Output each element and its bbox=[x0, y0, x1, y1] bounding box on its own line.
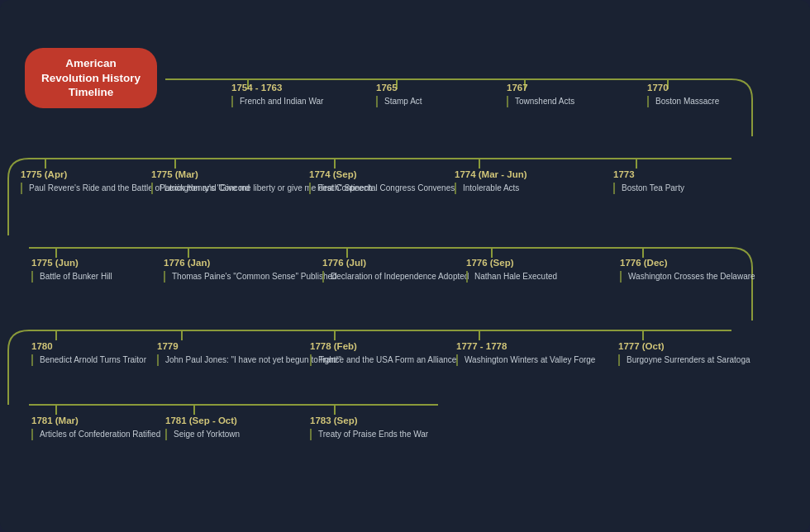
node-1776dec: 1776 (Dec) Washington Crosses the Delawa… bbox=[620, 258, 755, 283]
node-1754: 1754 - 1763 French and Indian War bbox=[231, 83, 323, 107]
node-1770: 1770 Boston Massacre bbox=[647, 83, 719, 107]
node-1776jul: 1776 (Jul) Declaration of Independence A… bbox=[322, 258, 469, 283]
node-1777oct: 1777 (Oct) Burgoyne Surrenders at Sarato… bbox=[618, 341, 750, 366]
node-1780: 1780 Benedict Arnold Turns Traitor bbox=[31, 341, 146, 366]
node-1775jun: 1775 (Jun) Battle of Bunker Hill bbox=[31, 258, 112, 283]
node-1774sep: 1774 (Sep) First Continental Congress Co… bbox=[309, 169, 455, 194]
node-1774mar: 1774 (Mar - Jun) Intolerable Acts bbox=[455, 169, 527, 194]
node-1781mar: 1781 (Mar) Articles of Confederation Rat… bbox=[31, 416, 160, 440]
node-1777w: 1777 - 1778 Washington Winters at Valley… bbox=[456, 341, 595, 366]
node-1781sep: 1781 (Sep - Oct) Seige of Yorktown bbox=[165, 416, 240, 440]
title-badge: American Revolution History Timeline bbox=[25, 48, 157, 108]
node-1767: 1767 Townshend Acts bbox=[507, 83, 574, 107]
node-1776sep: 1776 (Sep) Nathan Hale Executed bbox=[466, 258, 557, 283]
node-1765: 1765 Stamp Act bbox=[376, 83, 422, 107]
node-1776jan: 1776 (Jan) Thomas Paine's "Common Sense"… bbox=[164, 258, 337, 283]
node-1783: 1783 (Sep) Treaty of Praise Ends the War bbox=[310, 416, 428, 440]
node-1778: 1778 (Feb) France and the USA Form an Al… bbox=[310, 341, 456, 366]
node-1773: 1773 Boston Tea Party bbox=[613, 169, 684, 194]
timeline-canvas: American Revolution History Timeline 175… bbox=[0, 0, 810, 532]
